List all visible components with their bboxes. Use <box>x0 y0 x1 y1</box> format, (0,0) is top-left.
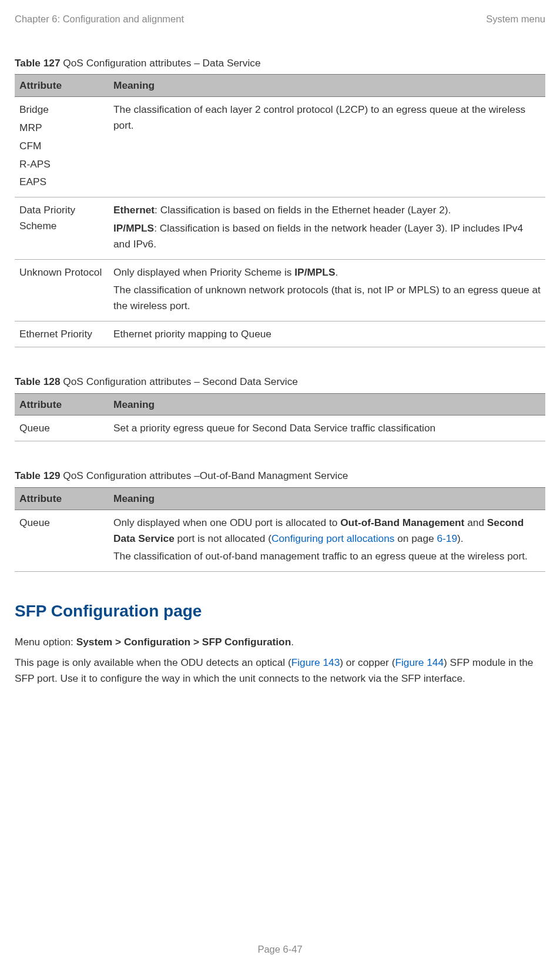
attr-bridge: Bridge <box>19 102 104 118</box>
meaning-line2: The classification of unknown network pr… <box>113 282 541 314</box>
table-row: Queue Set a priority egress queue for Se… <box>15 416 545 441</box>
table-127-col-attr: Attribute <box>15 75 109 97</box>
table-128-block: Table 128 QoS Configuration attributes –… <box>15 374 545 441</box>
meaning-block: Only displayed when Priority Scheme is I… <box>113 264 541 314</box>
table-127: Attribute Meaning Bridge MRP CFM R-APS E… <box>15 74 545 347</box>
attr-data-priority: Data Priority Scheme <box>15 197 109 259</box>
ethernet-text: : Classification is based on fields in t… <box>155 204 451 216</box>
text-part: and <box>464 517 487 528</box>
ipmpls-bold: IP/MPLS <box>113 222 154 234</box>
attr-list: Bridge MRP CFM R-APS EAPS <box>19 102 104 190</box>
meaning-block: Only displayed when one ODU port is allo… <box>113 515 541 564</box>
table-row: Ethernet Priority Ethernet priority mapp… <box>15 321 545 347</box>
text-part: . <box>335 266 338 278</box>
table-row: Unknown Protocol Only displayed when Pri… <box>15 259 545 321</box>
meaning-cell: The classification of each layer 2 contr… <box>109 97 545 197</box>
link-configuring-port-alloc[interactable]: Configuring port allocations <box>271 532 394 544</box>
meaning-line2: The classification of out-of-band manage… <box>113 548 541 564</box>
meaning-ethernet: Ethernet: Classification is based on fie… <box>113 202 541 218</box>
attr-mrp: MRP <box>19 120 104 136</box>
link-figure-143[interactable]: Figure 143 <box>291 656 340 668</box>
ipmpls-text: : Classification is based on fields in t… <box>113 222 523 250</box>
attr-queue: Queue <box>15 416 109 441</box>
text-part: Only displayed when one ODU port is allo… <box>113 517 340 528</box>
table-128-col-attr: Attribute <box>15 393 109 416</box>
table-129: Attribute Meaning Queue Only displayed w… <box>15 487 545 572</box>
header-left: Chapter 6: Configuration and alignment <box>15 12 184 27</box>
text-part: ) or copper ( <box>340 656 395 668</box>
table-129-caption: Table 129 QoS Configuration attributes –… <box>15 468 545 484</box>
table-128: Attribute Meaning Queue Set a priority e… <box>15 393 545 442</box>
meaning-ipmpls: IP/MPLS: Classification is based on fiel… <box>113 220 541 252</box>
meaning-line1: Only displayed when Priority Scheme is I… <box>113 264 541 280</box>
meaning-cell: Ethernet priority mapping to Queue <box>109 321 545 347</box>
table-127-title: QoS Configuration attributes – Data Serv… <box>61 57 261 69</box>
table-127-block: Table 127 QoS Configuration attributes –… <box>15 55 545 347</box>
table-128-caption: Table 128 QoS Configuration attributes –… <box>15 374 545 390</box>
sfp-config-heading: SFP Configuration page <box>15 598 545 624</box>
link-figure-144[interactable]: Figure 144 <box>395 656 444 668</box>
link-page-6-19[interactable]: 6-19 <box>437 532 457 544</box>
menu-option-prefix: Menu option: <box>15 636 76 648</box>
attr-queue: Queue <box>15 510 109 571</box>
attr-cfm: CFM <box>19 138 104 154</box>
attr-ethernet-priority: Ethernet Priority <box>15 321 109 347</box>
table-127-label: Table 127 <box>15 57 61 69</box>
attr-unknown-protocol: Unknown Protocol <box>15 259 109 321</box>
text-part: on page <box>394 532 437 544</box>
table-129-label: Table 129 <box>15 470 61 481</box>
table-128-label: Table 128 <box>15 376 61 387</box>
table-127-caption: Table 127 QoS Configuration attributes –… <box>15 55 545 71</box>
table-128-title: QoS Configuration attributes – Second Da… <box>61 376 298 387</box>
table-row: Bridge MRP CFM R-APS EAPS The classifica… <box>15 97 545 197</box>
table-127-col-meaning: Meaning <box>109 75 545 97</box>
oobm-bold: Out-of-Band Management <box>340 517 464 528</box>
header-right: System menu <box>486 12 545 27</box>
table-129-col-attr: Attribute <box>15 487 109 510</box>
attr-raps: R-APS <box>19 156 104 172</box>
attr-eaps: EAPS <box>19 174 104 190</box>
table-129-block: Table 129 QoS Configuration attributes –… <box>15 468 545 572</box>
text-part: Only displayed when Priority Scheme is <box>113 266 294 278</box>
table-129-title: QoS Configuration attributes –Out-of-Ban… <box>61 470 348 481</box>
sfp-description: This page is only available when the ODU… <box>15 655 545 686</box>
meaning-line1: Only displayed when one ODU port is allo… <box>113 515 541 547</box>
text-part: ). <box>457 532 464 544</box>
page-header: Chapter 6: Configuration and alignment S… <box>15 12 545 27</box>
meaning-cell: Set a priority egress queue for Second D… <box>109 416 545 441</box>
meaning-block: Ethernet: Classification is based on fie… <box>113 202 541 252</box>
text-part: port is not allocated ( <box>175 532 271 544</box>
table-row: Data Priority Scheme Ethernet: Classific… <box>15 197 545 259</box>
text-part: This page is only available when the ODU… <box>15 656 291 668</box>
menu-option-suffix: . <box>291 636 294 648</box>
table-128-col-meaning: Meaning <box>109 393 545 416</box>
ethernet-bold: Ethernet <box>113 204 155 216</box>
table-row: Queue Only displayed when one ODU port i… <box>15 510 545 571</box>
table-129-col-meaning: Meaning <box>109 487 545 510</box>
menu-option-line: Menu option: System > Configuration > SF… <box>15 634 545 650</box>
page-footer: Page 6-47 <box>0 942 560 957</box>
ipmpls-bold: IP/MPLS <box>294 266 335 278</box>
menu-option-path: System > Configuration > SFP Configurati… <box>76 636 291 648</box>
